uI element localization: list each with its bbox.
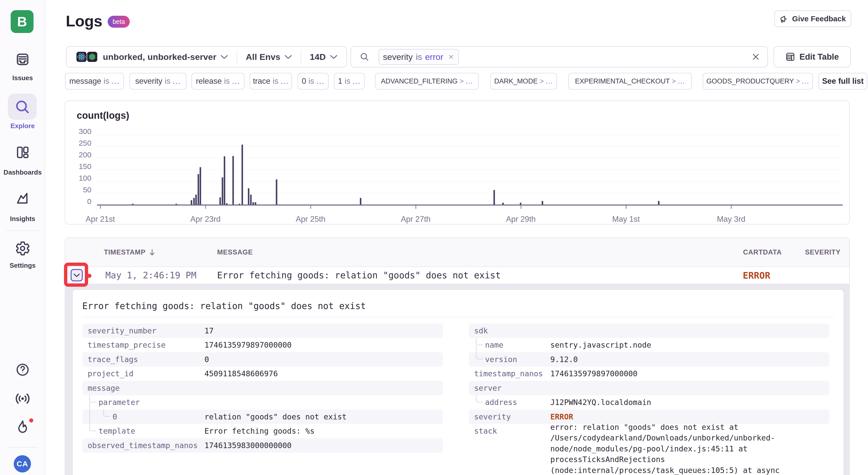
sidebar-item-issues[interactable]	[0, 53, 45, 66]
chip-ellipsis: ...	[546, 77, 553, 85]
sidebar-item-insights[interactable]	[0, 192, 45, 205]
search-filter-token[interactable]: severity is error	[379, 49, 459, 65]
token-key: severity	[383, 52, 413, 62]
chip-key: ADVANCED_FILTERING	[381, 77, 458, 85]
sidebar-label-settings: Settings	[0, 262, 45, 269]
give-feedback-button[interactable]: Give Feedback	[774, 10, 851, 27]
filter-chip-trace[interactable]: traceis...	[250, 73, 292, 90]
user-avatar[interactable]: CA	[14, 455, 31, 472]
chip-operator: is	[345, 77, 350, 86]
chip-key: GOODS_PRODUCTQUERY	[707, 77, 794, 85]
broadcast-button[interactable]	[0, 392, 45, 405]
x-axis-tick-label: Apr 25th	[285, 215, 336, 224]
help-icon	[16, 363, 30, 377]
filter-chip-message[interactable]: messageis...	[65, 73, 124, 90]
org-logo-letter: B	[17, 14, 27, 29]
edit-table-button[interactable]: Edit Table	[774, 46, 851, 67]
field-key: parameter	[98, 395, 140, 410]
detail-divider	[82, 317, 834, 317]
chip-ellipsis: ...	[678, 77, 685, 85]
field-value: Error fetching goods: %s	[205, 424, 314, 438]
filter-chip-severity[interactable]: severityis...	[129, 73, 186, 90]
field-key: observed_timestamp_nanos	[88, 438, 197, 453]
tree-connector	[476, 395, 483, 402]
field-value: sentry.javascript.node	[550, 338, 651, 352]
see-full-list-button[interactable]: See full list	[818, 73, 867, 90]
detail-field-timestamp_nanos: timestamp_nanos1746135979897000000	[469, 367, 829, 381]
filter-chip-1[interactable]: 1is...	[334, 73, 365, 90]
chart-bar	[542, 201, 543, 205]
search-input[interactable]: severity is error	[350, 46, 768, 67]
chart-bar	[193, 198, 195, 205]
env-selector-label: All Envs	[246, 52, 280, 62]
chart-bar	[276, 179, 277, 205]
chart-bar	[658, 201, 659, 205]
field-key: severity_number	[88, 324, 156, 338]
log-detail-area: Error fetching goods: relation "goods" d…	[65, 284, 849, 475]
sidebar: B Issues Explore Dashboards Insights	[0, 0, 45, 475]
chip-operator: >	[460, 77, 464, 85]
search-clear-icon[interactable]	[752, 53, 760, 61]
field-key: trace_flags	[88, 352, 138, 367]
row-timestamp: May 1, 2:46:19 PM	[105, 267, 196, 284]
sidebar-label-insights: Insights	[0, 215, 45, 223]
detail-field-version: version9.12.0	[469, 352, 829, 367]
chip-key: EXPERIMENTAL_CHECKOUT	[575, 77, 670, 85]
node-icon	[88, 53, 96, 61]
sidebar-item-dashboards[interactable]	[0, 146, 45, 159]
y-axis-tick-label: 50	[68, 186, 91, 194]
x-axis-tick-label: Apr 27th	[390, 215, 441, 224]
filter-chip-dark_mode[interactable]: DARK_MODE>...	[490, 73, 557, 90]
y-axis-tick-label: 0	[68, 198, 91, 205]
filter-chip-0[interactable]: 0is...	[298, 73, 329, 90]
expand-row-button[interactable]	[71, 269, 83, 281]
column-header-cartdata[interactable]: CARTDATA	[743, 238, 782, 266]
chart-bar	[197, 174, 199, 205]
period-chevron-down-icon	[330, 55, 338, 59]
detail-field-parameter: parameter	[82, 395, 443, 410]
whats-new-button[interactable]	[0, 419, 45, 434]
x-axis-tick	[310, 206, 311, 209]
field-key: template	[98, 424, 135, 438]
filter-chip-goods_productquery[interactable]: GOODS_PRODUCTQUERY>...	[703, 73, 813, 90]
chip-key: release	[196, 77, 222, 86]
org-logo[interactable]: B	[11, 10, 33, 33]
project-chevron-down-icon	[220, 55, 228, 59]
detail-field-stack: stackerror: relation "goods" does not ex…	[469, 424, 829, 438]
chip-ellipsis: ...	[352, 77, 361, 86]
x-axis-tick	[626, 206, 626, 209]
filter-chip-advanced_filtering[interactable]: ADVANCED_FILTERING>...	[375, 73, 479, 90]
sidebar-item-settings[interactable]	[0, 241, 45, 256]
beta-badge: beta	[108, 16, 130, 28]
filter-separator	[301, 50, 301, 64]
column-header-timestamp[interactable]: TIMESTAMP	[104, 238, 155, 266]
chart-bar	[520, 203, 521, 205]
filter-chip-experimental_checkout[interactable]: EXPERIMENTAL_CHECKOUT>...	[568, 73, 692, 90]
chip-ellipsis: ...	[316, 77, 324, 86]
tree-connector	[476, 345, 483, 360]
tree-connector	[89, 395, 96, 402]
x-axis-tick	[731, 206, 732, 209]
detail-field-sdk: sdk	[469, 324, 829, 338]
chart-bar	[132, 204, 133, 205]
y-axis-tick-label: 250	[68, 139, 91, 147]
y-axis-tick-label: 200	[68, 151, 91, 159]
field-value: 1746135979897000000	[205, 338, 291, 352]
detail-field-template: templateError fetching goods: %s	[82, 424, 443, 438]
log-table-row[interactable]: May 1, 2:46:19 PM Error fetching goods: …	[65, 267, 849, 284]
field-key: version	[485, 352, 517, 367]
column-header-severity[interactable]: SEVERITY	[805, 238, 841, 266]
token-remove-icon[interactable]	[448, 54, 454, 60]
project-selector[interactable]: unborked, unborked-server All Envs 14D	[66, 46, 347, 67]
x-axis-tick	[100, 206, 101, 209]
chip-operator: >	[540, 77, 544, 85]
column-header-message[interactable]: MESSAGE	[217, 238, 253, 266]
filter-chip-release[interactable]: releaseis...	[191, 73, 245, 90]
token-value: error	[425, 52, 443, 62]
give-feedback-label: Give Feedback	[792, 14, 846, 23]
sidebar-item-explore[interactable]	[8, 94, 37, 120]
detail-fields-left-column: severity_number17timestamp_precise174613…	[82, 324, 443, 453]
insights-icon	[16, 192, 29, 205]
help-button[interactable]	[0, 363, 45, 377]
tree-connector	[89, 402, 96, 431]
